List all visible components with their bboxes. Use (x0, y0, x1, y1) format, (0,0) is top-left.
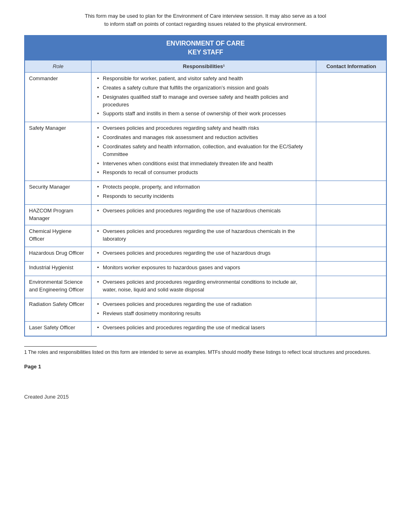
footnote-number: 1 (24, 349, 27, 355)
responsibility-item: Creates a safety culture that fulfills t… (95, 84, 312, 92)
footnote-divider (24, 346, 97, 347)
contact-cell (316, 276, 386, 298)
responsibilities-cell: Oversees policies and procedures regardi… (91, 298, 316, 322)
intro-text: This form may be used to plan for the En… (24, 12, 387, 28)
table-title-line2: KEY STAFF (25, 49, 386, 60)
col-header-contact: Contact Information (316, 60, 386, 73)
responsibility-item: Reviews staff dosimetry monitoring resul… (95, 310, 312, 318)
col-header-role: Role (25, 60, 91, 73)
contact-cell (316, 122, 386, 181)
contact-cell (316, 262, 386, 276)
role-cell: Laser Safety Officer (25, 322, 91, 336)
responsibility-item: Monitors worker exposures to hazardous g… (95, 264, 312, 272)
table-row: Industrial HygienistMonitors worker expo… (25, 262, 386, 276)
table-header-row1: ENVIRONMENT OF CARE (25, 35, 386, 49)
table-row: Environmental Science and Engineering Of… (25, 276, 386, 298)
responsibility-item: Coordinates and manages risk assessment … (95, 134, 312, 141)
responsibility-item: Responds to security incidents (95, 193, 312, 200)
table-row: Safety ManagerOversees policies and proc… (25, 122, 386, 181)
responsibility-item: Oversees policies and procedures regardi… (95, 301, 312, 308)
responsibility-item: Protects people, property, and informati… (95, 183, 312, 191)
responsibilities-cell: Oversees policies and procedures regardi… (91, 225, 316, 247)
responsibility-item: Designates qualified staff to manage and… (95, 94, 312, 109)
role-cell: Security Manager (25, 181, 91, 205)
contact-cell (316, 73, 386, 122)
responsibilities-cell: Protects people, property, and informati… (91, 181, 316, 205)
contact-cell (316, 247, 386, 262)
role-cell: HAZCOM Program Manager (25, 204, 91, 225)
contact-cell (316, 204, 386, 225)
table-row: Security ManagerProtects people, propert… (25, 181, 386, 205)
contact-cell (316, 181, 386, 205)
role-cell: Commander (25, 73, 91, 122)
page-label: Page 1 (24, 364, 387, 370)
table-row: HAZCOM Program ManagerOversees policies … (25, 204, 386, 225)
table-row: CommanderResponsible for worker, patient… (25, 73, 386, 122)
table-row: Chemical Hygiene OfficerOversees policie… (25, 225, 386, 247)
role-cell: Radiation Safety Officer (25, 298, 91, 322)
created-label: Created June 2015 (24, 394, 387, 400)
responsibility-item: Responsible for worker, patient, and vis… (95, 75, 312, 83)
col-header-responsibilities: Responsibilities¹ (91, 60, 316, 73)
responsibilities-cell: Oversees policies and procedures regardi… (91, 322, 316, 336)
role-cell: Chemical Hygiene Officer (25, 225, 91, 247)
responsibility-item: Oversees policies and procedures regardi… (95, 228, 312, 243)
footnote-text: 1 The roles and responsibilities listed … (24, 349, 387, 356)
table-row: Hazardous Drug OfficerOversees policies … (25, 247, 386, 262)
role-cell: Environmental Science and Engineering Of… (25, 276, 91, 298)
responsibility-item: Coordinates safety and health informatio… (95, 143, 312, 158)
table-title-line1: ENVIRONMENT OF CARE (25, 35, 386, 49)
contact-cell (316, 298, 386, 322)
contact-cell (316, 225, 386, 247)
col-header-row: Role Responsibilities¹ Contact Informati… (25, 60, 386, 73)
table-row: Radiation Safety OfficerOversees policie… (25, 298, 386, 322)
responsibilities-cell: Oversees policies and procedures regardi… (91, 247, 316, 262)
responsibility-item: Oversees policies and procedures regardi… (95, 324, 312, 332)
responsibility-item: Supports staff and instills in them a se… (95, 110, 312, 118)
responsibilities-cell: Oversees policies and procedures regardi… (91, 204, 316, 225)
responsibilities-cell: Responsible for worker, patient, and vis… (91, 73, 316, 122)
role-cell: Hazardous Drug Officer (25, 247, 91, 262)
responsibility-item: Oversees policies and procedures regardi… (95, 249, 312, 257)
responsibilities-cell: Oversees policies and procedures regardi… (91, 122, 316, 181)
main-table: ENVIRONMENT OF CARE KEY STAFF Role Respo… (24, 35, 387, 337)
role-cell: Industrial Hygienist (25, 262, 91, 276)
responsibility-item: Intervenes when conditions exist that im… (95, 160, 312, 168)
responsibility-item: Oversees policies and procedures regardi… (95, 278, 312, 294)
responsibility-item: Responds to recall of consumer products (95, 169, 312, 177)
responsibility-item: Oversees policies and procedures regardi… (95, 207, 312, 215)
table-header-row2: KEY STAFF (25, 49, 386, 60)
contact-cell (316, 322, 386, 336)
responsibility-item: Oversees policies and procedures regardi… (95, 125, 312, 132)
responsibilities-cell: Monitors worker exposures to hazardous g… (91, 262, 316, 276)
responsibilities-cell: Oversees policies and procedures regardi… (91, 276, 316, 298)
table-row: Laser Safety OfficerOversees policies an… (25, 322, 386, 336)
role-cell: Safety Manager (25, 122, 91, 181)
